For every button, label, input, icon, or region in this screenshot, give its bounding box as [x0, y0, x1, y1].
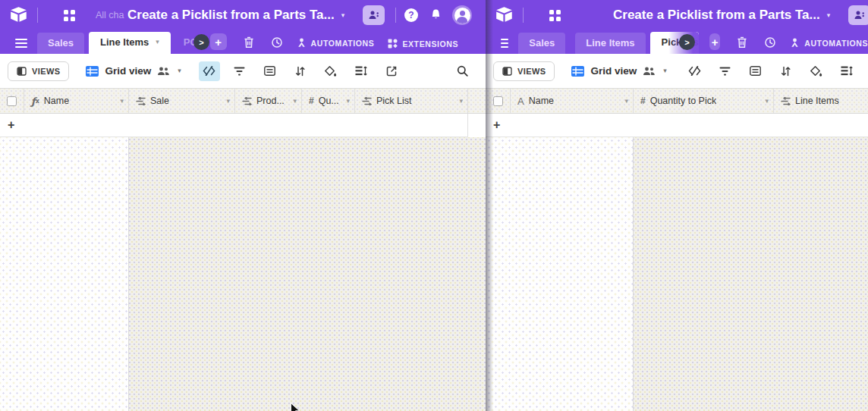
view-toolbar: VIEWS Grid view ▾ [486, 54, 868, 89]
tab-line-items-active[interactable]: Line Items ▾ [89, 32, 171, 54]
chevron-down-icon[interactable]: ▾ [346, 98, 350, 105]
sidebar-menu-icon[interactable] [501, 39, 508, 48]
number-field-icon: # [309, 96, 314, 106]
collaborators-icon [157, 67, 170, 76]
current-view-selector[interactable]: Grid view ▾ [571, 65, 666, 77]
add-record-row[interactable]: + [486, 114, 868, 137]
empty-grid-area [0, 137, 486, 411]
sort-icon [295, 66, 305, 77]
column-header-sale[interactable]: Sale ▾ [129, 89, 235, 113]
trash-icon[interactable] [244, 36, 254, 49]
chevron-down-icon[interactable]: ▾ [459, 98, 463, 105]
extensions-nav[interactable]: EXTENSIONS [388, 39, 458, 49]
primary-column-strip [0, 137, 129, 411]
select-all-checkbox[interactable] [486, 89, 511, 113]
group-button[interactable] [745, 61, 766, 81]
chevron-down-icon: ▾ [178, 67, 181, 74]
help-button[interactable]: ? [404, 8, 418, 22]
chevron-down-icon: ▾ [663, 67, 667, 74]
history-icon[interactable] [764, 36, 776, 49]
airtable-logo-icon[interactable] [495, 6, 514, 24]
chevron-down-icon[interactable]: ▾ [120, 98, 124, 105]
automations-icon [297, 38, 307, 49]
column-header-quantity[interactable]: # Qu... ▾ [302, 89, 355, 113]
automations-nav[interactable]: AUTOMATIONS [297, 38, 375, 49]
search-button[interactable] [451, 61, 473, 81]
color-button[interactable] [806, 61, 827, 81]
column-header-row: A Name ▾ # Quantity to Pick ▾ Line Items… [486, 89, 868, 114]
search-icon [457, 65, 468, 77]
table-tab-bar: Sales Line Items Pick List > + AUTOMATIO… [486, 30, 868, 54]
paint-bucket-icon [325, 66, 337, 77]
base-title: Create a Picklist from a Parts Ta... [613, 8, 820, 23]
base-title-button[interactable]: Create a Picklist from a Parts Ta... ▾ [613, 0, 830, 30]
views-sidebar-toggle-button[interactable]: VIEWS [493, 61, 555, 81]
chevron-down-icon[interactable]: ▾ [226, 98, 230, 105]
chevron-down-icon: ▾ [156, 39, 159, 45]
column-header-line-items[interactable]: Line Items ▾ [774, 89, 868, 113]
filter-button[interactable] [715, 61, 736, 81]
tab-sales[interactable]: Sales [518, 33, 565, 54]
number-field-icon: # [640, 96, 646, 106]
primary-column-strip [486, 137, 634, 411]
app-switcher-icon[interactable] [549, 10, 561, 21]
group-button[interactable] [259, 61, 281, 81]
chevron-right-overlay-icon: > [193, 34, 209, 50]
hide-fields-button[interactable] [199, 61, 220, 81]
add-table-button[interactable]: + [210, 33, 227, 50]
share-view-button[interactable] [381, 61, 402, 81]
header-divider [37, 8, 38, 23]
column-header-pick-list[interactable]: Pick List ▾ [355, 89, 468, 113]
grid-view-icon [571, 66, 584, 77]
automations-icon [790, 38, 800, 49]
app-switcher-icon[interactable] [64, 10, 75, 21]
linked-record-field-icon [242, 97, 252, 105]
top-header-bar: Create a Picklist from a Parts Ta... ▾ [486, 0, 868, 30]
current-view-selector[interactable]: Grid view ▾ [86, 65, 181, 77]
column-header-product[interactable]: Prod... ▾ [235, 89, 302, 113]
collaborators-icon [643, 67, 656, 76]
column-header-name[interactable]: ƒx Name ▾ [24, 89, 129, 113]
column-header-quantity-to-pick[interactable]: # Quantity to Pick ▾ [634, 89, 774, 113]
sort-button[interactable] [290, 61, 311, 81]
select-all-checkbox[interactable] [0, 89, 24, 113]
add-table-button[interactable]: + [709, 33, 720, 50]
chevron-down-icon[interactable]: ▾ [624, 98, 628, 105]
notifications-bell-icon[interactable] [429, 8, 442, 21]
header-divider [523, 8, 524, 23]
tab-line-items[interactable]: Line Items [575, 33, 645, 54]
view-toolbar: VIEWS Grid view ▾ [0, 54, 486, 89]
filter-button[interactable] [229, 61, 250, 81]
hide-fields-button[interactable] [684, 61, 706, 81]
sidebar-menu-icon[interactable] [15, 39, 27, 48]
group-icon [750, 66, 761, 76]
hide-fields-icon [688, 66, 701, 76]
sort-button[interactable] [775, 61, 797, 81]
chevron-down-icon: ▾ [341, 12, 345, 19]
header-divider [395, 8, 396, 23]
history-icon[interactable] [271, 36, 283, 49]
share-collaborators-button[interactable] [848, 5, 868, 25]
views-sidebar-toggle-button[interactable]: VIEWS [8, 61, 69, 81]
column-header-name[interactable]: A Name ▾ [511, 89, 634, 113]
chevron-down-icon[interactable]: ▾ [293, 98, 297, 105]
formula-field-icon: ƒx [31, 96, 39, 107]
user-avatar[interactable] [452, 5, 472, 25]
row-height-button[interactable] [836, 61, 857, 81]
row-height-button[interactable] [351, 61, 372, 81]
color-button[interactable] [320, 61, 341, 81]
share-view-icon [386, 66, 397, 77]
filter-icon [719, 67, 731, 76]
chevron-down-icon[interactable]: ▾ [765, 98, 769, 105]
trash-icon[interactable] [737, 36, 747, 49]
filter-icon [234, 67, 245, 76]
chevron-down-icon: ▾ [827, 12, 831, 19]
tab-sales[interactable]: Sales [37, 33, 84, 54]
share-collaborators-button[interactable] [363, 5, 385, 25]
base-title-button[interactable]: Create a Picklist from a Parts Ta... ▾ [127, 0, 344, 30]
airtable-logo-icon[interactable] [9, 6, 29, 24]
add-record-row[interactable]: + [0, 114, 468, 137]
base-title: Create a Picklist from a Parts Ta... [127, 8, 335, 23]
automations-nav[interactable]: AUTOMATIONS [790, 38, 868, 49]
app-frame-left: All cha Create a Picklist from a Parts T… [0, 0, 486, 411]
